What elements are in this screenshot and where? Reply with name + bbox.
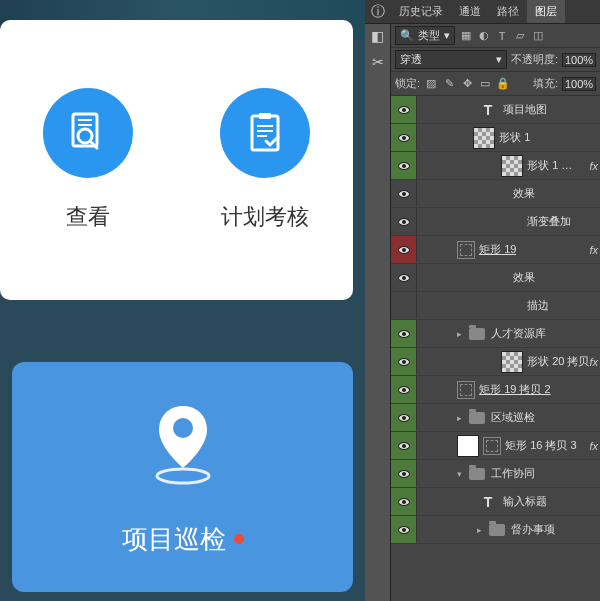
- card-view[interactable]: 查看: [0, 20, 177, 300]
- tab-channels[interactable]: 通道: [451, 0, 489, 23]
- opacity-label: 不透明度:: [511, 52, 558, 67]
- tab-history[interactable]: 历史记录: [391, 0, 451, 23]
- layer-row[interactable]: 矩形 16 拷贝 3fx: [391, 432, 600, 460]
- tab-paths[interactable]: 路径: [489, 0, 527, 23]
- lock-all-icon[interactable]: 🔒: [496, 77, 510, 91]
- properties-icon[interactable]: ◧: [371, 28, 384, 44]
- card-plan-assessment[interactable]: 计划考核: [177, 20, 354, 300]
- text-layer-icon: T: [477, 99, 499, 121]
- layer-row[interactable]: 效果: [391, 180, 600, 208]
- visibility-toggle[interactable]: [391, 516, 417, 543]
- lock-transparent-icon[interactable]: ▨: [424, 77, 438, 91]
- visibility-toggle[interactable]: [391, 152, 417, 179]
- visibility-toggle[interactable]: [391, 96, 417, 123]
- tab-layers[interactable]: 图层: [527, 0, 565, 23]
- layer-name[interactable]: 人才资源库: [491, 326, 546, 341]
- eye-icon: [398, 106, 410, 114]
- filter-pixel-icon[interactable]: ▦: [459, 29, 473, 43]
- layer-row[interactable]: 渐变叠加: [391, 208, 600, 236]
- canvas-area[interactable]: 查看 计划考核 项目巡检: [0, 0, 365, 601]
- layer-row[interactable]: ▸区域巡检: [391, 404, 600, 432]
- layer-thumbnail[interactable]: [473, 127, 495, 149]
- layer-name[interactable]: 效果: [513, 270, 535, 285]
- visibility-toggle[interactable]: [391, 348, 417, 375]
- layer-name[interactable]: 形状 1: [499, 130, 530, 145]
- vector-mask-icon[interactable]: [457, 381, 475, 399]
- visibility-toggle[interactable]: [391, 208, 417, 235]
- layer-row[interactable]: ▸人才资源库: [391, 320, 600, 348]
- layer-thumbnail[interactable]: [501, 155, 523, 177]
- map-pin-icon: [143, 398, 223, 492]
- expand-chevron-icon[interactable]: ▸: [457, 329, 467, 339]
- search-icon: 🔍: [400, 29, 414, 42]
- eye-icon: [398, 414, 410, 422]
- layer-name[interactable]: 渐变叠加: [527, 214, 571, 229]
- visibility-toggle[interactable]: [391, 236, 417, 263]
- fx-badge-icon[interactable]: fx: [589, 356, 598, 368]
- expand-chevron-icon[interactable]: ▸: [477, 525, 487, 535]
- visibility-toggle[interactable]: [391, 488, 417, 515]
- layer-row[interactable]: 形状 1: [391, 124, 600, 152]
- fx-badge-icon[interactable]: fx: [589, 244, 598, 256]
- layer-name[interactable]: 矩形 19: [479, 242, 516, 257]
- layer-name[interactable]: 形状 1 …: [527, 158, 572, 173]
- blend-mode-dropdown[interactable]: 穿透 ▾: [395, 50, 507, 69]
- layer-name[interactable]: 工作协同: [491, 466, 535, 481]
- filter-smart-icon[interactable]: ◫: [531, 29, 545, 43]
- eye-icon: [398, 134, 410, 142]
- layer-name[interactable]: 形状 20 拷贝: [527, 354, 589, 369]
- expand-chevron-icon[interactable]: ▸: [457, 413, 467, 423]
- folder-icon: [469, 328, 485, 340]
- layer-row[interactable]: ▸督办事项: [391, 516, 600, 544]
- layer-thumbnail[interactable]: [501, 351, 523, 373]
- filter-adjust-icon[interactable]: ◐: [477, 29, 491, 43]
- text-layer-icon: T: [477, 491, 499, 513]
- visibility-toggle[interactable]: [391, 264, 417, 291]
- folder-icon: [469, 412, 485, 424]
- layer-row[interactable]: 形状 20 拷贝fx: [391, 348, 600, 376]
- layer-name[interactable]: 区域巡检: [491, 410, 535, 425]
- vector-mask-icon[interactable]: [483, 437, 501, 455]
- layer-name[interactable]: 描边: [527, 298, 549, 313]
- visibility-toggle[interactable]: [391, 124, 417, 151]
- visibility-toggle[interactable]: [391, 432, 417, 459]
- visibility-toggle[interactable]: [391, 404, 417, 431]
- layer-name[interactable]: 督办事项: [511, 522, 555, 537]
- visibility-toggle[interactable]: [391, 376, 417, 403]
- fill-input[interactable]: 100%: [562, 77, 596, 91]
- card-project-inspection[interactable]: 项目巡检: [12, 362, 353, 592]
- layer-name[interactable]: 输入标题: [503, 494, 547, 509]
- layer-kind-dropdown[interactable]: 🔍 类型 ▾: [395, 26, 455, 45]
- visibility-toggle[interactable]: [391, 320, 417, 347]
- layer-row[interactable]: 形状 1 …fx: [391, 152, 600, 180]
- lock-position-icon[interactable]: ✥: [460, 77, 474, 91]
- layers-list[interactable]: T项目地图形状 1形状 1 …fx效果渐变叠加矩形 19fx效果描边▸人才资源库…: [391, 96, 600, 601]
- layer-row[interactable]: T输入标题: [391, 488, 600, 516]
- blend-row: 穿透 ▾ 不透明度: 100%: [391, 48, 600, 72]
- layer-row[interactable]: 矩形 19 拷贝 2: [391, 376, 600, 404]
- layer-row[interactable]: ▾工作协同: [391, 460, 600, 488]
- filter-text-icon[interactable]: T: [495, 29, 509, 43]
- visibility-toggle[interactable]: [391, 180, 417, 207]
- visibility-toggle[interactable]: [391, 292, 417, 319]
- layer-row[interactable]: T项目地图: [391, 96, 600, 124]
- expand-chevron-icon[interactable]: ▾: [457, 469, 467, 479]
- layer-name[interactable]: 项目地图: [503, 102, 547, 117]
- vector-mask-icon[interactable]: [457, 241, 475, 259]
- layer-row[interactable]: 效果: [391, 264, 600, 292]
- layer-name[interactable]: 矩形 19 拷贝 2: [479, 382, 551, 397]
- lock-artboard-icon[interactable]: ▭: [478, 77, 492, 91]
- crop-icon[interactable]: ✂: [372, 54, 384, 70]
- layer-name[interactable]: 效果: [513, 186, 535, 201]
- layer-name[interactable]: 矩形 16 拷贝 3: [505, 438, 577, 453]
- lock-pixels-icon[interactable]: ✎: [442, 77, 456, 91]
- layer-row[interactable]: 描边: [391, 292, 600, 320]
- layer-thumbnail[interactable]: [457, 435, 479, 457]
- layer-row[interactable]: 矩形 19fx: [391, 236, 600, 264]
- info-icon[interactable]: ⓘ: [371, 3, 385, 21]
- fx-badge-icon[interactable]: fx: [589, 440, 598, 452]
- visibility-toggle[interactable]: [391, 460, 417, 487]
- opacity-input[interactable]: 100%: [562, 53, 596, 67]
- filter-shape-icon[interactable]: ▱: [513, 29, 527, 43]
- fx-badge-icon[interactable]: fx: [589, 160, 598, 172]
